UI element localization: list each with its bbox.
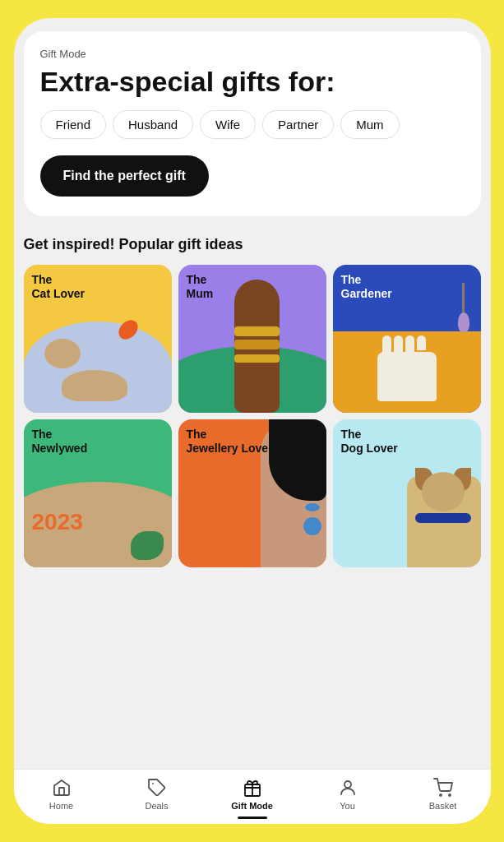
ring-3 — [234, 354, 280, 363]
gift-mode-icon — [243, 778, 262, 798]
finger-2 — [394, 335, 403, 354]
card-newlywed-label: TheNewlywed — [24, 419, 96, 459]
nav-label-gift-mode: Gift Mode — [231, 801, 273, 811]
bottom-spacer — [24, 567, 481, 581]
gift-card-cat-lover[interactable]: TheCat Lover — [24, 265, 172, 413]
recipient-chips: Friend Husband Wife Partner Mum — [40, 110, 465, 139]
nav-label-home: Home — [49, 801, 73, 811]
nav-label-deals: Deals — [145, 801, 168, 811]
lavender-flower — [458, 312, 469, 332]
gift-card-gardener[interactable]: TheGardener — [333, 265, 481, 413]
nav-item-home[interactable]: Home — [14, 778, 109, 811]
nav-label-you: You — [340, 801, 355, 811]
svg-point-2 — [344, 781, 351, 788]
nav-active-indicator — [238, 817, 267, 819]
gift-card-newlywed[interactable]: TheNewlywed 2023 — [24, 419, 172, 567]
gift-card-dog-lover[interactable]: TheDog Lover — [333, 419, 481, 567]
nav-item-basket[interactable]: Basket — [395, 778, 491, 811]
cat-body — [62, 370, 127, 401]
glove-fingers — [382, 335, 426, 354]
home-icon — [52, 778, 72, 798]
card-dog-label: TheDog Lover — [333, 419, 406, 459]
finger-4 — [417, 335, 426, 350]
gift-mode-label: Gift Mode — [40, 48, 465, 60]
you-icon — [338, 778, 358, 798]
chip-wife[interactable]: Wife — [200, 110, 256, 139]
gift-mode-title: Extra-special gifts for: — [40, 67, 465, 97]
section-title: Get inspired! Popular gift ideas — [24, 236, 481, 253]
dog-head — [422, 472, 465, 511]
earring-bottom — [303, 517, 321, 535]
gift-mode-card: Gift Mode Extra-special gifts for: Frien… — [24, 31, 481, 216]
svg-point-4 — [449, 794, 451, 796]
svg-point-3 — [440, 794, 442, 796]
chip-mum[interactable]: Mum — [340, 110, 399, 139]
earring-top — [305, 503, 320, 511]
card-cat-lover-label: TheCat Lover — [24, 265, 94, 304]
chip-friend[interactable]: Friend — [40, 110, 107, 139]
newlywed-plant — [131, 531, 164, 560]
chip-partner[interactable]: Partner — [262, 110, 334, 139]
card-mum-label: TheMum — [178, 265, 222, 304]
lavender-sprig — [451, 283, 476, 332]
dog-collar — [415, 513, 471, 523]
basket-icon — [433, 778, 453, 798]
nav-label-basket: Basket — [429, 801, 457, 811]
deals-icon — [147, 778, 167, 798]
cat-head — [44, 339, 81, 368]
content-area: Gift Mode Extra-special gifts for: Frien… — [14, 18, 491, 769]
gift-card-mum[interactable]: TheMum — [178, 265, 326, 413]
lavender-stem — [462, 283, 465, 316]
gift-grid: TheCat Lover — [24, 265, 481, 567]
ring-2 — [234, 340, 280, 349]
phone-wrapper: Gift Mode Extra-special gifts for: Frien… — [14, 18, 491, 824]
finger-3 — [405, 335, 414, 354]
gift-card-jewellery-lover[interactable]: TheJewellery Lover — [178, 419, 326, 567]
nav-item-you[interactable]: You — [300, 778, 395, 811]
glove-body — [377, 352, 437, 401]
bottom-nav: Home Deals Gift Mode — [14, 769, 491, 824]
find-gift-button[interactable]: Find the perfect gift — [40, 155, 209, 197]
nav-item-gift-mode[interactable]: Gift Mode — [205, 778, 300, 811]
inspired-section: Get inspired! Popular gift ideas TheCat … — [14, 223, 491, 581]
ring-1 — [234, 326, 280, 336]
chip-husband[interactable]: Husband — [113, 110, 193, 139]
year-text: 2023 — [32, 509, 83, 535]
finger-1 — [382, 335, 391, 354]
card-gardener-label: TheGardener — [333, 265, 400, 304]
nav-item-deals[interactable]: Deals — [109, 778, 205, 811]
card-jewellery-label: TheJewellery Lover — [178, 419, 281, 459]
inspired-scroll: Get inspired! Popular gift ideas TheCat … — [14, 223, 491, 769]
